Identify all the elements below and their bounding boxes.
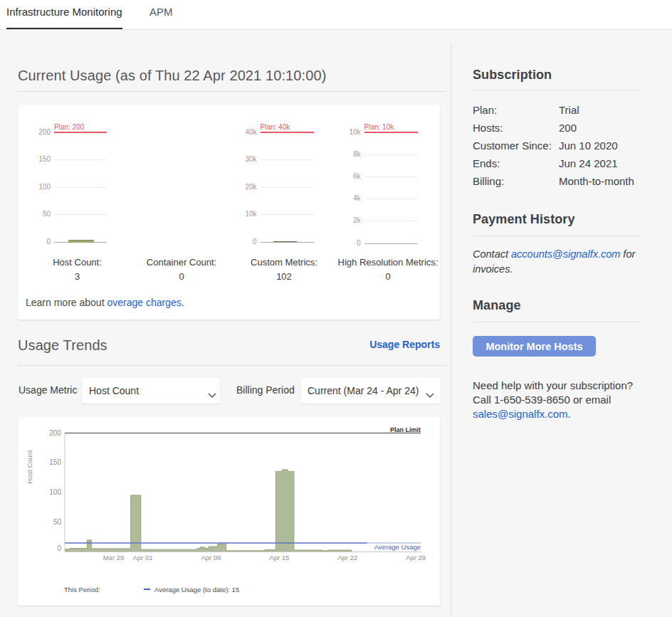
- y-tick-label: 0: [335, 239, 361, 248]
- divider: [473, 90, 640, 90]
- billing-period-select[interactable]: Current (Mar 24 - Apr 24): [301, 378, 441, 404]
- row-value: Month-to-month: [559, 175, 634, 187]
- accounts-email-link[interactable]: accounts@signalfx.com: [511, 248, 620, 260]
- plan-label: Plan: 40k: [261, 123, 290, 131]
- usage-stat: Host Count:3: [17, 257, 138, 282]
- help-period: .: [568, 408, 571, 420]
- stat-label: Custom Metrics:: [224, 257, 345, 268]
- manage-title: Manage: [473, 298, 521, 313]
- plan-limit-line: [364, 132, 418, 133]
- divider: [18, 91, 446, 92]
- y-axis-label: Host Count: [26, 450, 33, 484]
- legend-average-usage: Average Usage (to date): 15: [154, 586, 239, 594]
- subscription-title: Subscription: [473, 68, 552, 83]
- x-tick-label: Mar 29: [103, 554, 125, 561]
- payment-history-title: Payment History: [473, 212, 575, 227]
- chevron-down-icon: [426, 389, 434, 400]
- usage-reports-link[interactable]: Usage Reports: [369, 339, 440, 350]
- stat-label: High Resolution Metrics:: [327, 257, 448, 268]
- billing-period-value: Current (Mar 24 - Apr 24): [308, 385, 419, 396]
- row-value: 200: [559, 122, 577, 134]
- contact-text: Contact: [473, 248, 511, 260]
- gridline: [364, 154, 418, 155]
- divider: [473, 236, 640, 236]
- y-tick-label: 20k: [231, 183, 257, 191]
- subscription-row: Billing:Month-to-month: [473, 175, 504, 187]
- monitor-more-hosts-button[interactable]: Monitor More Hosts: [473, 336, 596, 357]
- gridline: [54, 159, 107, 160]
- help-text: Need help with your subscription? Call 1…: [473, 379, 648, 421]
- page-title: Current Usage (as of Thu 22 Apr 2021 10:…: [18, 68, 326, 84]
- y-tick-label: 150: [25, 155, 51, 164]
- help-line1: Need help with your subscription?: [473, 379, 633, 391]
- usage-metric-select[interactable]: Host Count: [82, 378, 220, 404]
- gridline: [261, 159, 314, 160]
- main-column: Current Usage (as of Thu 22 Apr 2021 10:…: [0, 0, 451, 617]
- y-tick-label: 0: [57, 544, 61, 552]
- y-tick-label: 200: [49, 429, 61, 437]
- gridline: [364, 243, 418, 244]
- y-tick-label: 100: [25, 183, 51, 191]
- usage-trends-header: Usage Trends Usage Reports: [18, 337, 440, 354]
- row-value: Jun 24 2021: [559, 157, 618, 169]
- row-value: Jun 10 2020: [559, 139, 618, 152]
- y-tick-label: 30k: [231, 155, 257, 164]
- y-tick-label: 50: [25, 210, 51, 218]
- usage-trends-chart: Plan Limit200150100500Mar 29Apr 01Apr 08…: [18, 417, 440, 608]
- y-tick-label: 10k: [335, 128, 361, 137]
- row-label: Plan:: [473, 104, 497, 116]
- usage-trends-title: Usage Trends: [18, 337, 107, 354]
- chevron-down-icon: [208, 389, 216, 400]
- row-label: Hosts:: [473, 122, 503, 134]
- plan-limit-line: [261, 132, 314, 133]
- gridline: [261, 187, 314, 188]
- row-label: Ends:: [473, 157, 500, 169]
- y-tick-label: 150: [49, 458, 61, 466]
- subscription-row: Ends:Jun 24 2021: [473, 157, 500, 169]
- x-tick-label: Apr 01: [133, 554, 153, 561]
- subscription-row: Hosts:200: [473, 122, 503, 134]
- usage-trends-card: Plan Limit200150100500Mar 29Apr 01Apr 08…: [18, 417, 440, 606]
- stat-value: 0: [327, 271, 448, 282]
- y-tick-label: 4k: [335, 194, 361, 203]
- overage-charges-link[interactable]: overage charges: [107, 297, 181, 308]
- sales-email-link[interactable]: sales@signalfx.com: [473, 408, 568, 420]
- host-count-area: [65, 470, 352, 552]
- y-tick-label: 0: [231, 238, 257, 246]
- stat-label: Host Count:: [17, 257, 138, 268]
- y-tick-label: 8k: [335, 150, 361, 159]
- footnote-period: .: [182, 297, 184, 308]
- usage-stat: High Resolution Metrics:0: [327, 257, 448, 282]
- payment-history-text: Contact accounts@signalfx.com for invoic…: [473, 247, 645, 277]
- mini-series: [68, 240, 94, 243]
- gridline: [54, 214, 107, 215]
- plan-limit-line: [54, 132, 107, 133]
- gridline: [364, 199, 418, 199]
- y-tick-label: 40k: [231, 128, 257, 137]
- plan-label: Plan: 200: [54, 123, 84, 131]
- plan-limit-label: Plan Limit: [390, 426, 421, 433]
- stat-value: 3: [17, 271, 138, 282]
- billing-period-label: Billing Period: [236, 384, 295, 396]
- y-tick-label: 100: [49, 488, 61, 496]
- average-usage-line-swatch: [144, 589, 150, 590]
- y-tick-label: 0: [25, 238, 51, 246]
- subscription-row: Customer Since:Jun 10 2020: [473, 139, 552, 152]
- gridline: [261, 214, 314, 215]
- x-tick-label: Apr 22: [337, 554, 357, 561]
- usage-metric-value: Host Count: [89, 385, 139, 396]
- footnote-text: Learn more about: [26, 297, 107, 308]
- row-value: Trial: [559, 104, 579, 116]
- overage-footnote: Learn more about overage charges.: [26, 297, 184, 308]
- legend-this-period: This Period:: [64, 586, 100, 594]
- stat-value: 102: [224, 271, 345, 282]
- row-label: Customer Since:: [473, 139, 552, 152]
- gridline: [54, 187, 107, 188]
- host-count-area-outline: [65, 470, 352, 552]
- usage-stat: Custom Metrics:102: [224, 257, 345, 282]
- y-tick-label: 10k: [231, 210, 257, 218]
- mini-series: [273, 241, 297, 243]
- current-usage-card: 200150100500Plan: 20040k30k20k10k0Plan: …: [18, 105, 440, 320]
- subscription-row: Plan:Trial: [473, 104, 497, 116]
- divider: [473, 322, 640, 322]
